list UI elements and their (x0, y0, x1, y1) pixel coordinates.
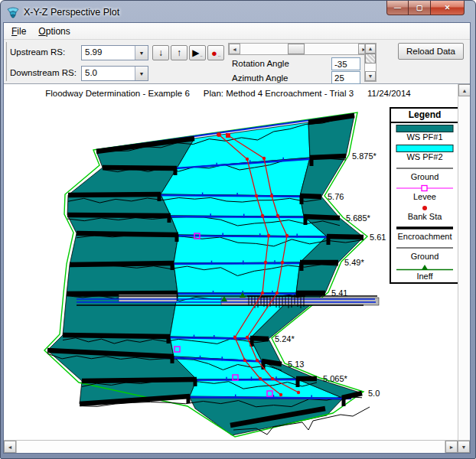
minimize-button[interactable]: — (386, 1, 409, 15)
scroll-down-icon[interactable]: ▼ (458, 441, 470, 453)
up-arrow-icon: ↑ (177, 48, 181, 57)
animate-play-button[interactable]: ▶.. (189, 45, 206, 60)
station-label: 5.13 (288, 360, 304, 369)
close-button[interactable]: ✕ (430, 1, 465, 15)
step-upstream-button[interactable]: ↑ (171, 45, 187, 60)
station-label: 5.49* (344, 258, 364, 267)
app-icon (6, 6, 20, 18)
station-label: 5.24* (275, 334, 295, 343)
step-downstream-button[interactable]: ↓ (152, 45, 169, 60)
combo-arrow-icon[interactable]: ▼ (135, 46, 148, 60)
reload-data-button[interactable]: Reload Data (398, 43, 464, 60)
title-bar[interactable]: X-Y-Z Perspective Plot — ▢ ✕ (3, 2, 471, 22)
legend-label: WS PF#2 (391, 153, 458, 163)
rotation-scrollbar-thumb[interactable] (288, 44, 305, 54)
legend: Legend WS PF#1WS PF#2GroundLeveeBank Sta… (390, 107, 460, 284)
legend-item: WS PF#1 (391, 123, 458, 143)
rotation-angle-input[interactable] (331, 57, 360, 70)
legend-item: Bank Sta (391, 203, 458, 223)
legend-title: Legend (391, 109, 458, 123)
window-title: X-Y-Z Perspective Plot (24, 7, 119, 18)
plot-vertical-scrollbar[interactable]: ▲ (458, 84, 470, 440)
record-icon: ● (211, 48, 217, 58)
station-label: 5.61 (370, 233, 386, 242)
play-icon: ▶ (192, 48, 199, 57)
app-window: X-Y-Z Perspective Plot — ▢ ✕ File Option… (0, 0, 476, 459)
legend-label: Ineff (391, 272, 458, 282)
station-label: 5.685* (346, 213, 371, 223)
menu-file[interactable]: File (5, 24, 32, 39)
azimuth-scrollbar[interactable]: ▲ ▼ (364, 43, 377, 82)
legend-label: Ground (391, 252, 458, 262)
upstream-rs-value: 5.99 (82, 46, 135, 60)
azimuth-angle-label: Azimuth Angle (232, 73, 289, 83)
scroll-right-icon[interactable]: ► (445, 441, 458, 453)
scroll-left-icon[interactable]: ◄ (229, 44, 240, 54)
legend-item: Encroachment (391, 223, 458, 243)
legend-item: Ground (391, 243, 458, 262)
station-label: 5.875* (352, 151, 377, 161)
legend-label: Bank Sta (391, 213, 458, 223)
menu-bar: File Options (4, 23, 470, 40)
station-label: 5.0 (368, 389, 380, 398)
downstream-rs-combo[interactable]: 5.0 ▼ (81, 66, 148, 81)
maximize-button[interactable]: ▢ (409, 1, 430, 15)
toolbar-grip[interactable] (5, 42, 7, 81)
combo-arrow-icon[interactable]: ▼ (135, 67, 148, 80)
legend-label: Levee (391, 193, 458, 203)
rotation-angle-label: Rotation Angle (232, 59, 289, 68)
legend-item: Ineff (391, 262, 458, 282)
downstream-rs-label: Downstream RS: (10, 68, 77, 77)
legend-label: Ground (391, 173, 458, 183)
azimuth-angle-input[interactable] (331, 71, 360, 84)
station-label: 5.065* (323, 374, 348, 383)
upstream-rs-label: Upstream RS: (10, 47, 65, 57)
menu-options[interactable]: Options (32, 24, 76, 39)
scroll-up-icon[interactable]: ▲ (458, 84, 470, 96)
legend-label: WS PF#1 (391, 133, 458, 143)
plot-area: Floodway Determination - Example 6 Plan:… (4, 84, 470, 440)
downstream-rs-value: 5.0 (82, 67, 135, 80)
rotation-scrollbar[interactable]: ◄ ► (228, 43, 370, 55)
upstream-rs-combo[interactable]: 5.99 ▼ (81, 45, 148, 60)
legend-label: Encroachment (391, 233, 458, 243)
legend-item: WS PF#2 (391, 143, 458, 163)
station-label: 5.76 (328, 192, 344, 201)
scroll-left-icon[interactable]: ◄ (4, 441, 16, 453)
scroll-up-icon[interactable]: ▲ (365, 44, 376, 54)
window-client: File Options Upstream RS: 5.99 ▼ Downstr… (3, 22, 471, 454)
scroll-down-icon[interactable]: ▼ (365, 71, 376, 81)
azimuth-scrollbar-thumb[interactable] (365, 54, 376, 63)
record-button[interactable]: ●.. (207, 45, 224, 60)
toolbar: Upstream RS: 5.99 ▼ Downstream RS: 5.0 ▼… (4, 40, 470, 84)
legend-item: Levee (391, 183, 458, 203)
plot-horizontal-scrollbar[interactable]: ◄ ► ▼ (4, 440, 470, 453)
legend-item: Ground (391, 163, 458, 183)
down-arrow-icon: ↓ (158, 48, 163, 57)
